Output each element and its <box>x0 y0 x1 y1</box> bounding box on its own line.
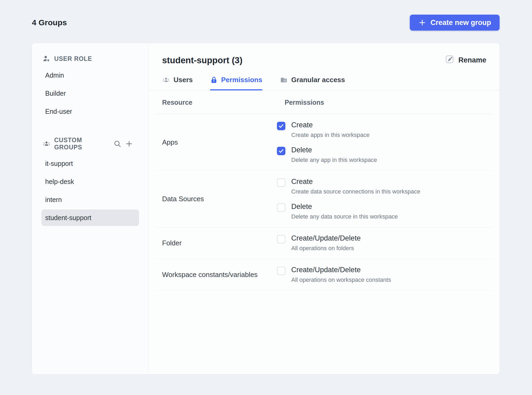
permission-checkbox[interactable] <box>277 235 285 243</box>
rename-label: Rename <box>458 56 486 64</box>
column-header-permissions: Permissions <box>277 99 493 106</box>
user-role-section-title: USER ROLE <box>54 55 92 62</box>
custom-groups-section-header: CUSTOM GROUPS <box>43 137 133 151</box>
tab-bar: Users Permissions Granular access <box>162 76 486 90</box>
sidebar-item-builder[interactable]: Builder <box>41 85 139 102</box>
groups-admin-page: 4 Groups Create new group USER ROLE Admi… <box>0 0 532 395</box>
folder-user-icon <box>280 76 288 84</box>
custom-groups-list: it-support help-desk intern student-supp… <box>41 155 139 226</box>
sidebar: USER ROLE Admin Builder End-user CUSTOM … <box>32 43 149 374</box>
group-detail-panel: student-support (3) Rename Users Permiss… <box>149 43 500 374</box>
permission-data-sources-delete: Delete Delete any data source in this wo… <box>277 203 493 220</box>
sidebar-item-help-desk[interactable]: help-desk <box>41 173 139 190</box>
sidebar-item-student-support[interactable]: student-support <box>41 209 139 226</box>
permissions-table: Resource Permissions Apps Create Create … <box>156 91 493 291</box>
table-row-folder: Folder Create/Update/Delete All operatio… <box>156 227 493 259</box>
resource-label: Folder <box>156 239 277 247</box>
user-gear-icon <box>43 55 50 63</box>
group-detail-header: student-support (3) Rename Users Permiss… <box>149 43 500 91</box>
permission-checkbox[interactable] <box>277 122 285 130</box>
search-icon[interactable] <box>113 140 121 148</box>
resource-label: Apps <box>156 138 277 146</box>
edit-icon <box>445 54 455 66</box>
tab-permissions[interactable]: Permissions <box>210 76 262 90</box>
lock-icon <box>210 76 218 84</box>
custom-groups-section-title: CUSTOM GROUPS <box>54 137 106 151</box>
people-group-icon <box>43 140 50 148</box>
groups-count-heading: 4 Groups <box>32 18 67 27</box>
column-header-resource: Resource <box>156 99 277 106</box>
permission-checkbox[interactable] <box>277 267 285 275</box>
permission-apps-create: Create Create apps in this workspace <box>277 121 493 138</box>
permission-checkbox[interactable] <box>277 147 285 155</box>
sidebar-item-end-user[interactable]: End-user <box>41 103 139 120</box>
table-row-data-sources: Data Sources Create Create data source c… <box>156 171 493 227</box>
rename-button[interactable]: Rename <box>445 54 486 66</box>
permission-workspace-constants-variables-create-update-delete: Create/Update/Delete All operations on w… <box>277 266 493 283</box>
tab-users[interactable]: Users <box>162 76 193 90</box>
group-title: student-support (3) <box>162 55 242 65</box>
plus-icon[interactable] <box>125 140 133 148</box>
permissions-table-header: Resource Permissions <box>156 91 493 114</box>
topbar: 4 Groups Create new group <box>32 15 500 31</box>
user-role-section-header: USER ROLE <box>43 55 133 63</box>
users-icon <box>162 76 170 84</box>
permission-apps-delete: Delete Delete any app in this workspace <box>277 146 493 163</box>
groups-card: USER ROLE Admin Builder End-user CUSTOM … <box>32 43 500 375</box>
create-new-group-label: Create new group <box>430 19 491 27</box>
user-role-list: Admin Builder End-user <box>41 67 139 120</box>
table-row-workspace-constants-variables: Workspace constants/variables Create/Upd… <box>156 259 493 291</box>
create-new-group-button[interactable]: Create new group <box>410 15 500 31</box>
table-row-apps: Apps Create Create apps in this workspac… <box>156 114 493 171</box>
permission-checkbox[interactable] <box>277 203 285 212</box>
permission-folder-create-update-delete: Create/Update/Delete All operations on f… <box>277 234 493 252</box>
resource-label: Workspace constants/variables <box>156 271 277 279</box>
resource-label: Data Sources <box>156 195 277 203</box>
sidebar-item-intern[interactable]: intern <box>41 191 139 208</box>
tab-granular-access[interactable]: Granular access <box>280 76 345 90</box>
permission-data-sources-create: Create Create data source connections in… <box>277 178 493 195</box>
plus-icon <box>418 19 426 27</box>
sidebar-item-it-support[interactable]: it-support <box>41 155 139 172</box>
permission-checkbox[interactable] <box>277 178 285 187</box>
sidebar-item-admin[interactable]: Admin <box>41 67 139 83</box>
permissions-table-body: Apps Create Create apps in this workspac… <box>156 114 493 291</box>
